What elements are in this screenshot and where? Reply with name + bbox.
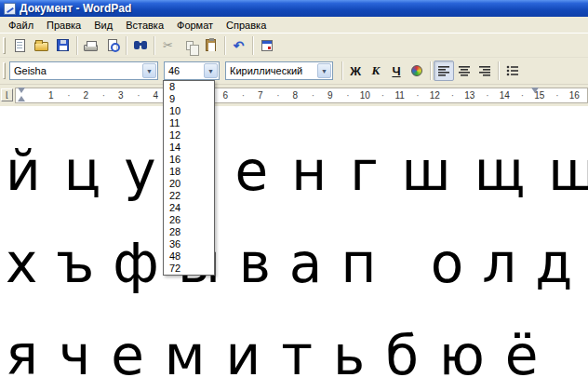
ruler-number: 7 (243, 90, 278, 101)
toolbar-separator (126, 36, 127, 55)
cut-scissors-icon: ✂ (163, 39, 173, 51)
paste-clipboard-icon (206, 39, 216, 51)
color-palette-icon (411, 65, 422, 76)
font-name-value: Geisha (14, 65, 47, 76)
font-size-option[interactable]: 48 (164, 250, 214, 263)
document-area[interactable]: йцукенгшщш хъфывап олд ячемитьбюё (0, 106, 588, 391)
ruler-number: 14 (488, 90, 523, 101)
paste-button[interactable] (200, 35, 221, 56)
menu-format[interactable]: Формат (170, 18, 220, 33)
font-size-option[interactable]: 8 (164, 81, 214, 93)
ruler: ⌊ 1 2 3 4 5 6 7 8 9 10 11 12 13 14 15 16 (0, 85, 588, 107)
save-floppy-icon (57, 39, 69, 51)
toolbar-separator (76, 36, 77, 55)
font-size-option[interactable]: 24 (164, 202, 214, 214)
font-size-dropdown: 8 9 10 11 12 14 16 18 20 22 24 26 28 36 … (163, 80, 215, 276)
font-size-option[interactable]: 16 (164, 154, 214, 166)
toolbar-grip[interactable] (3, 37, 6, 54)
font-size-option[interactable]: 11 (164, 117, 214, 129)
formatbar-grip[interactable] (3, 62, 6, 79)
ruler-number: 9 (313, 90, 348, 101)
print-preview-button[interactable] (101, 35, 123, 56)
right-indent-marker[interactable] (531, 88, 539, 93)
font-size-option[interactable]: 12 (164, 129, 214, 142)
chevron-down-icon[interactable]: ▼ (142, 63, 156, 78)
font-size-option[interactable]: 20 (164, 178, 214, 190)
wordpad-icon (4, 3, 16, 15)
underline-button[interactable]: Ч (386, 61, 407, 81)
menu-file[interactable]: Файл (2, 18, 40, 33)
menu-help[interactable]: Справка (220, 18, 273, 33)
left-indent-marker[interactable] (18, 96, 25, 101)
ruler-number: 15 (522, 90, 557, 101)
toolbar-separator (154, 36, 154, 55)
ruler-number: 2 (69, 90, 104, 101)
ruler-number: 11 (382, 90, 418, 101)
font-size-option[interactable]: 10 (164, 105, 214, 117)
main-toolbar: ✂ ↶ (0, 34, 588, 58)
ruler-number: 1 (33, 90, 69, 101)
toolbar-separator (498, 61, 499, 80)
toolbar-separator (430, 61, 431, 80)
script-combo[interactable]: Кириллический ▼ (225, 61, 333, 80)
document-line: ячемитьбюё (6, 309, 588, 391)
font-size-option[interactable]: 9 (164, 93, 214, 105)
new-document-icon (15, 39, 25, 52)
align-left-icon (438, 65, 450, 76)
font-name-combo[interactable]: Geisha ▼ (9, 61, 158, 80)
align-left-button[interactable] (434, 61, 454, 81)
font-size-option[interactable]: 22 (164, 190, 214, 202)
ruler-number: 13 (452, 90, 488, 101)
bold-button[interactable]: Ж (345, 61, 366, 81)
font-color-button[interactable] (407, 61, 427, 81)
bullets-icon (506, 65, 518, 76)
print-button[interactable] (80, 35, 101, 56)
font-size-option[interactable]: 26 (164, 214, 214, 226)
date-time-icon (261, 40, 273, 51)
undo-button[interactable]: ↶ (228, 35, 249, 56)
font-size-option[interactable]: 28 (164, 226, 214, 238)
cut-button[interactable]: ✂ (157, 35, 179, 56)
menu-edit[interactable]: Правка (40, 18, 87, 33)
toolbar-separator (224, 36, 225, 55)
font-size-option[interactable]: 72 (164, 263, 214, 275)
menu-bar: Файл Правка Вид Вставка Формат Справка (0, 17, 588, 34)
font-size-option[interactable]: 36 (164, 238, 214, 250)
find-button[interactable] (129, 35, 151, 56)
ruler-number: 10 (348, 90, 383, 101)
open-folder-icon (34, 42, 48, 51)
open-button[interactable] (31, 35, 52, 56)
script-value: Кириллический (230, 65, 302, 76)
italic-button[interactable]: К (366, 61, 386, 81)
font-size-combo[interactable]: 46 ▼ (164, 61, 220, 80)
menu-insert[interactable]: Вставка (119, 18, 170, 33)
menu-view[interactable]: Вид (87, 18, 119, 33)
format-bar: Geisha ▼ 46 ▼ Кириллический ▼ Ж К Ч (0, 58, 588, 85)
title-bar[interactable]: Документ - WordPad (0, 0, 588, 17)
font-size-option[interactable]: 14 (164, 142, 214, 154)
bullets-button[interactable] (501, 61, 522, 81)
window-title: Документ - WordPad (20, 2, 131, 15)
ruler-band[interactable]: 1 2 3 4 5 6 7 8 9 10 11 12 13 14 15 16 (15, 88, 588, 103)
ruler-number: 12 (418, 90, 453, 101)
copy-button[interactable] (179, 35, 200, 56)
font-size-option[interactable]: 18 (164, 166, 214, 178)
document-line: йцукенгшщш (6, 125, 588, 217)
find-binoculars-icon (134, 41, 140, 49)
wordpad-window: Документ - WordPad Файл Правка Вид Встав… (0, 0, 588, 391)
first-line-indent-marker[interactable] (18, 88, 25, 93)
tab-stop-selector[interactable]: ⌊ (1, 88, 13, 101)
new-document-button[interactable] (9, 35, 31, 56)
align-center-button[interactable] (454, 61, 474, 81)
toolbar-separator (252, 36, 253, 55)
align-right-icon (479, 65, 491, 76)
toolbar-separator (341, 61, 342, 80)
align-center-icon (459, 65, 471, 76)
chevron-down-icon[interactable]: ▼ (204, 63, 218, 78)
align-right-button[interactable] (474, 61, 495, 81)
date-time-button[interactable] (256, 35, 277, 56)
document-line: хъфывап олд (6, 217, 588, 309)
save-button[interactable] (52, 35, 74, 56)
chevron-down-icon[interactable]: ▼ (317, 63, 331, 78)
ruler-number: 8 (278, 90, 314, 101)
